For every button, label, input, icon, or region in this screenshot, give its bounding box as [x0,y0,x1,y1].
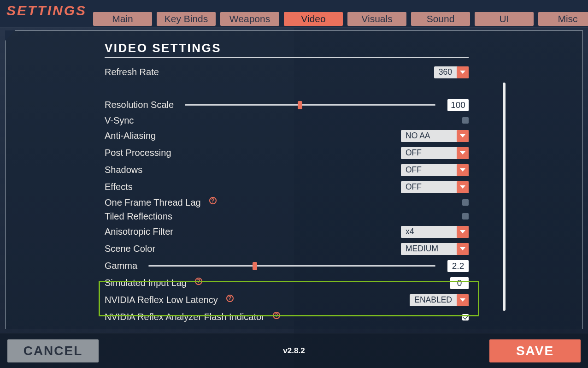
tab-weapons[interactable]: Weapons [220,12,279,26]
refresh-rate-value: 360 [434,67,457,77]
chevron-down-icon [457,294,469,306]
row-vsync: V-Sync [105,113,469,127]
post-processing-value: OFF [401,148,457,158]
chevron-down-icon [457,66,469,78]
simulated-input-lag-value[interactable]: 0 [450,277,469,289]
anisotropic-filter-dropdown[interactable]: x4 [401,226,469,238]
vsync-checkbox[interactable] [462,117,469,124]
row-tiled-reflections: Tiled Reflections [105,209,469,223]
settings-panel: VIDEO SETTINGS Refresh Rate 360 Resoluti… [5,30,583,329]
panel-corner-cut [5,30,15,41]
footer: CANCEL v2.8.2 SAVE [0,333,588,368]
post-processing-label: Post Processing [105,148,171,158]
tab-main[interactable]: Main [93,12,152,26]
anti-aliasing-dropdown[interactable]: NO AA [401,130,469,142]
row-one-frame-thread-lag: One Frame Thread Lag ? [105,196,469,209]
row-gamma: Gamma 2.2 [105,257,469,274]
tiled-reflections-checkbox[interactable] [462,213,469,220]
topbar: SETTINGS Main Key Binds Weapons Video Vi… [0,0,588,28]
row-refresh-rate: Refresh Rate 360 [105,64,469,81]
scene-color-label: Scene Color [105,243,155,254]
resolution-scale-label: Resolution Scale [105,100,174,110]
row-nvidia-reflex: NVIDIA Reflex Low Latency ? ENABLED [105,291,469,309]
gamma-slider[interactable] [148,262,435,270]
simulated-input-lag-label: Simulated Input Lag [105,278,187,288]
section-heading: VIDEO SETTINGS [105,41,469,58]
help-icon[interactable]: ? [195,278,202,285]
row-effects: Effects OFF [105,178,469,196]
row-resolution-scale: Resolution Scale 100 [105,96,469,113]
tab-ui[interactable]: UI [475,12,534,26]
help-icon[interactable]: ? [209,197,217,204]
chevron-down-icon [457,130,469,142]
vsync-label: V-Sync [105,115,134,126]
resolution-scale-slider[interactable] [185,101,435,109]
tab-sound[interactable]: Sound [411,12,470,26]
shadows-label: Shadows [105,165,142,175]
scene-color-dropdown[interactable]: MEDIUM [401,243,469,255]
scene-color-value: MEDIUM [401,244,457,254]
chevron-down-icon [457,243,469,255]
tiled-reflections-label: Tiled Reflections [105,211,172,222]
chevron-down-icon [457,181,469,193]
refresh-rate-dropdown[interactable]: 360 [434,66,469,78]
nvidia-reflex-dropdown[interactable]: ENABLED [410,294,469,306]
effects-label: Effects [105,182,133,192]
chevron-down-icon [457,164,469,176]
cancel-button[interactable]: CANCEL [7,339,99,362]
gamma-label: Gamma [105,261,137,271]
save-button[interactable]: SAVE [489,339,581,362]
tab-visuals[interactable]: Visuals [347,12,406,26]
tab-keybinds[interactable]: Key Binds [157,12,216,26]
anisotropic-filter-label: Anisotropic Filter [105,226,173,237]
row-nvidia-analyzer: NVIDIA Reflex Analyzer Flash Indicator ? [105,309,469,326]
row-shadows: Shadows OFF [105,161,469,178]
shadows-dropdown[interactable]: OFF [401,164,469,176]
gamma-value[interactable]: 2.2 [447,260,469,272]
row-simulated-input-lag: Simulated Input Lag ? 0 [105,274,469,291]
shadows-value: OFF [401,165,457,175]
row-anti-aliasing: Anti-Aliasing NO AA [105,127,469,144]
effects-dropdown[interactable]: OFF [401,181,469,193]
one-frame-thread-lag-label: One Frame Thread Lag [105,197,201,208]
scrollbar[interactable] [503,83,506,311]
row-scene-color: Scene Color MEDIUM [105,240,469,257]
help-icon[interactable]: ? [226,295,234,302]
nvidia-analyzer-checkbox[interactable] [462,314,469,321]
anti-aliasing-label: Anti-Aliasing [105,131,156,141]
tabs: Main Key Binds Weapons Video Visuals Sou… [93,12,588,26]
nvidia-reflex-label: NVIDIA Reflex Low Latency [105,295,218,305]
tab-misc[interactable]: Misc [538,12,588,26]
version-label: v2.8.2 [283,346,305,356]
settings-title: SETTINGS [6,2,87,18]
resolution-scale-value[interactable]: 100 [447,99,469,111]
anti-aliasing-value: NO AA [401,131,457,141]
row-anisotropic-filter: Anisotropic Filter x4 [105,223,469,240]
effects-value: OFF [401,182,457,192]
nvidia-analyzer-label: NVIDIA Reflex Analyzer Flash Indicator [105,312,265,322]
chevron-down-icon [457,147,469,159]
row-post-processing: Post Processing OFF [105,144,469,161]
chevron-down-icon [457,226,469,238]
one-frame-thread-lag-checkbox[interactable] [462,199,469,206]
help-icon[interactable]: ? [273,312,280,319]
anisotropic-filter-value: x4 [401,227,457,237]
tab-video[interactable]: Video [284,12,343,26]
post-processing-dropdown[interactable]: OFF [401,147,469,159]
refresh-rate-label: Refresh Rate [105,67,159,77]
nvidia-reflex-value: ENABLED [410,295,457,305]
